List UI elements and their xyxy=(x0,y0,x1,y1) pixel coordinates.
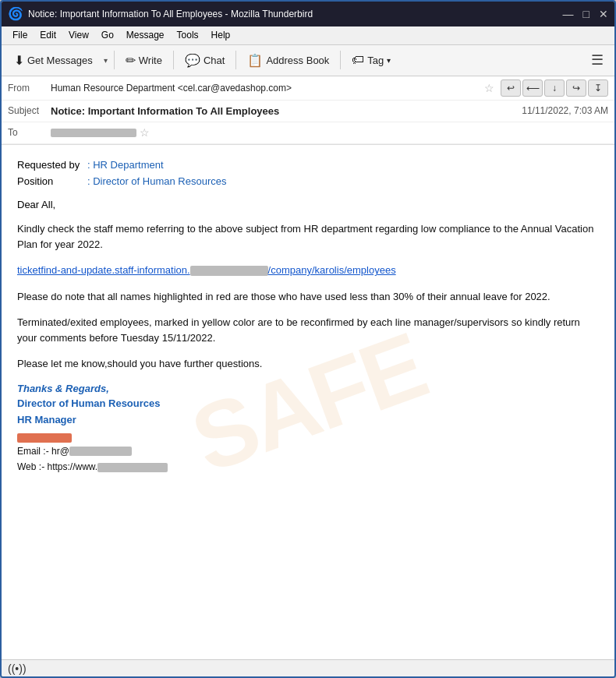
link-prefix: ticketfind-and-update.staff-information. xyxy=(17,264,190,276)
position-row: Position : Director of Human Resources xyxy=(17,174,599,190)
divider-1 xyxy=(114,51,115,69)
sig-email-blurred xyxy=(69,447,132,456)
requested-by-key: Requested by xyxy=(17,157,87,174)
subject-row: Subject Notice: Important Information To… xyxy=(2,101,614,122)
from-row: From Human Resource Department <cel.car@… xyxy=(2,76,614,101)
subject-label: Subject xyxy=(8,105,51,116)
email-content: Requested by : HR Department Position : … xyxy=(17,157,599,475)
write-icon: ✏ xyxy=(126,53,136,68)
sig-name-line1: Director of Human Resources xyxy=(17,396,599,412)
tag-button[interactable]: 🏷 Tag ▾ xyxy=(345,50,397,70)
subject-value: Notice: Important Information To All Emp… xyxy=(51,105,522,117)
address-book-icon: 📋 xyxy=(247,53,263,68)
divider-4 xyxy=(340,51,341,69)
body-para-3: Terminated/exited employees, marked in y… xyxy=(17,315,599,345)
menu-bar: File Edit View Go Message Tools Help xyxy=(2,26,614,45)
requested-by-val: : HR Department xyxy=(87,157,164,174)
link-para: ticketfind-and-update.staff-information.… xyxy=(17,263,599,278)
from-label: From xyxy=(8,83,51,94)
sig-email: Email :- hr@ xyxy=(17,443,599,459)
salutation: Dear All, xyxy=(17,199,599,210)
signature: Thanks & Regards, Director of Human Reso… xyxy=(17,383,599,475)
title-bar: 🌀 Notice: Important Information To All E… xyxy=(2,2,614,26)
chat-icon: 💬 xyxy=(185,53,200,68)
scroll-down-button[interactable]: ↓ xyxy=(544,79,565,97)
menu-help[interactable]: Help xyxy=(207,28,235,42)
reply-all-button[interactable]: ⟵ xyxy=(522,79,543,97)
from-value: Human Resource Department <cel.car@aveda… xyxy=(51,83,481,94)
to-row: To ☆ xyxy=(2,122,614,144)
email-body: SAFE Requested by : HR Department Positi… xyxy=(2,145,614,659)
status-bar: ((•)) xyxy=(2,659,614,676)
app-icon: 🌀 xyxy=(8,6,23,21)
divider-3 xyxy=(235,51,236,69)
toolbar-overflow-menu[interactable]: ☰ xyxy=(586,48,608,72)
body-para-1: Kindly check the staff memo referring to… xyxy=(17,221,599,252)
write-button[interactable]: ✏ Write xyxy=(119,50,168,71)
tag-icon: 🏷 xyxy=(352,53,364,67)
wifi-icon: ((•)) xyxy=(8,662,27,675)
requested-by-row: Requested by : HR Department xyxy=(17,157,599,174)
body-para-2: Please do note that all names highlighte… xyxy=(17,289,599,305)
to-star-icon[interactable]: ☆ xyxy=(140,126,150,139)
more-nav-button[interactable]: ↧ xyxy=(588,79,608,97)
position-key: Position xyxy=(17,174,87,190)
sig-web: Web :- https://www. xyxy=(17,459,599,475)
menu-view[interactable]: View xyxy=(64,28,94,42)
sig-phone-blurred xyxy=(17,433,72,443)
sig-web-blurred xyxy=(97,463,168,472)
sig-thanks: Thanks & Regards, xyxy=(17,383,599,394)
forward-button[interactable]: ↪ xyxy=(566,79,586,97)
nav-actions: ↩ ⟵ ↓ ↪ ↧ xyxy=(501,79,608,97)
address-book-button[interactable]: 📋 Address Book xyxy=(241,50,335,71)
link-suffix: /company/karolis/employees xyxy=(268,264,396,276)
menu-file[interactable]: File xyxy=(8,28,32,42)
to-value-blurred xyxy=(51,129,136,137)
email-header: From Human Resource Department <cel.car@… xyxy=(2,76,614,145)
get-messages-dropdown[interactable]: ▾ xyxy=(102,53,109,68)
link-blurred-domain xyxy=(190,266,268,276)
window-title: Notice: Important Information To All Emp… xyxy=(28,9,313,19)
menu-tools[interactable]: Tools xyxy=(172,28,204,42)
from-star-icon[interactable]: ☆ xyxy=(484,82,494,94)
meta-block: Requested by : HR Department Position : … xyxy=(17,157,599,190)
body-para-4: Please let me know,should you have furth… xyxy=(17,356,599,372)
divider-2 xyxy=(173,51,174,69)
get-messages-button[interactable]: ⬇ Get Messages xyxy=(8,50,99,71)
chat-button[interactable]: 💬 Chat xyxy=(179,50,231,71)
to-label: To xyxy=(8,127,51,138)
sig-name-line2: HR Manager xyxy=(17,412,599,429)
position-val: : Director of Human Resources xyxy=(87,174,226,190)
menu-message[interactable]: Message xyxy=(122,28,169,42)
phishing-link[interactable]: ticketfind-and-update.staff-information.… xyxy=(17,264,396,276)
get-messages-icon: ⬇ xyxy=(14,53,24,68)
maximize-button[interactable]: □ xyxy=(583,8,589,20)
close-button[interactable]: ✕ xyxy=(599,8,608,20)
menu-edit[interactable]: Edit xyxy=(35,28,61,42)
minimize-button[interactable]: — xyxy=(563,8,574,20)
email-timestamp: 11/11/2022, 7:03 AM xyxy=(522,105,608,116)
toolbar: ⬇ Get Messages ▾ ✏ Write 💬 Chat 📋 Addres… xyxy=(2,45,614,76)
menu-go[interactable]: Go xyxy=(97,28,119,42)
reply-button[interactable]: ↩ xyxy=(501,79,521,97)
